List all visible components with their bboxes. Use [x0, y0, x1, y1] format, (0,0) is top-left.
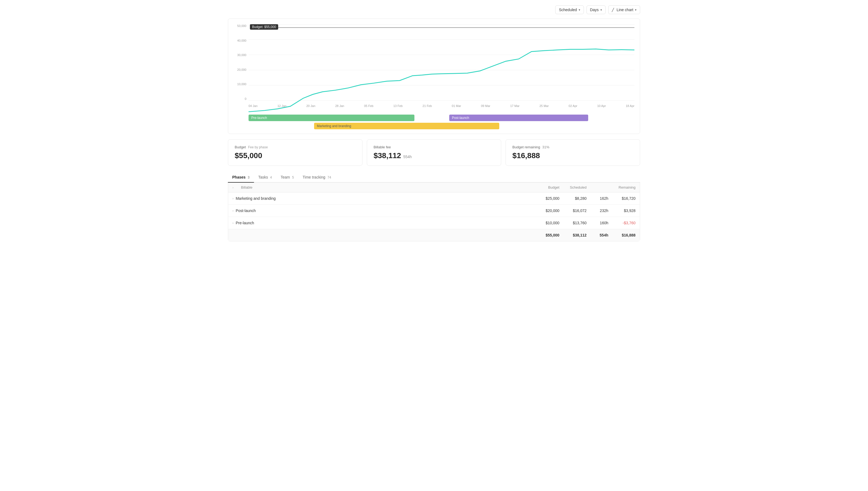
x-label: 10 Apr [597, 104, 606, 108]
budget-stat-card: Budget Fee by phase $55,000 [228, 139, 363, 166]
postlaunch-budget: $20,000 [527, 208, 559, 213]
chart-area: Budget: $55,000 50,000 40,000 30,000 20,… [228, 19, 640, 134]
chevron-down-icon: ▾ [579, 8, 580, 12]
billable-fee-amount: $38,112 [374, 151, 401, 160]
total-budget: $55,000 [527, 233, 559, 237]
x-label: 12 Jan [277, 104, 286, 108]
pre-launch-bar: Pre-launch [249, 115, 414, 121]
tab-time-tracking-badge: 74 [328, 176, 331, 179]
postlaunch-hours: 232h [587, 208, 608, 213]
billable-fee-stat-card: Billable fee $38,112 554h [367, 139, 501, 166]
phase-bar-row: Pre-launch Post-launch [249, 115, 634, 121]
table-row: › Post-launch $20,000 $16,072 232h $3,92… [228, 205, 640, 217]
x-label: 17 Mar [510, 104, 519, 108]
header-remaining: Remaining [608, 185, 636, 190]
fee-by-phase-subtitle: Fee by phase [248, 145, 268, 149]
budget-amount: $55,000 [235, 151, 262, 160]
header-budget: Budget [527, 185, 559, 190]
budget-remaining-title: Budget remaining [512, 145, 540, 149]
toolbar: Scheduled ▾ Days ▾ ╱ Line chart ▾ [228, 5, 640, 14]
post-launch-bar: Post-launch [449, 115, 588, 121]
row-name-prelaunch: › Pre-launch [232, 221, 527, 225]
row-expand-icon[interactable]: › [232, 221, 234, 225]
budget-remaining-amount: $16,888 [512, 151, 540, 160]
tab-tasks[interactable]: Tasks 4 [254, 172, 276, 183]
tab-phases-badge: 3 [248, 176, 250, 179]
x-label: 02 Apr [568, 104, 577, 108]
chevron-down-icon: ▾ [600, 8, 602, 12]
x-label: 28 Jan [335, 104, 344, 108]
tab-team[interactable]: Team 5 [276, 172, 298, 183]
row-expand-icon[interactable]: › [232, 197, 234, 200]
y-label: 50,000 [237, 24, 246, 28]
prelaunch-hours: 160h [587, 221, 608, 225]
y-axis: 50,000 40,000 30,000 20,000 10,000 0 [234, 24, 249, 100]
header-hours [587, 185, 608, 190]
chart-type-dropdown[interactable]: ╱ Line chart ▾ [608, 5, 640, 14]
postlaunch-scheduled: $16,072 [559, 208, 587, 213]
y-label: 40,000 [237, 39, 246, 42]
row-label-prelaunch: Pre-launch [236, 221, 254, 225]
x-label: 01 Mar [452, 104, 461, 108]
pre-launch-label: Pre-launch [249, 115, 414, 121]
prelaunch-scheduled: $13,760 [559, 221, 587, 225]
header-scheduled: Scheduled [559, 185, 587, 190]
y-label: 10,000 [237, 83, 246, 86]
stats-row: Budget Fee by phase $55,000 Billable fee… [228, 139, 640, 166]
y-label: 30,000 [237, 53, 246, 57]
marketing-budget: $25,000 [527, 196, 559, 201]
x-label: 21 Feb [423, 104, 432, 108]
budget-remaining-pct: 31% [542, 145, 549, 149]
chart-type-label: Line chart [617, 8, 633, 12]
stat-title: Budget Fee by phase [235, 145, 356, 149]
budget-value: $55,000 [235, 151, 356, 160]
tab-phases[interactable]: Phases 3 [228, 172, 254, 183]
row-label-postlaunch: Post-launch [236, 208, 256, 213]
budget-remaining-value: $16,888 [512, 151, 633, 160]
days-dropdown[interactable]: Days ▾ [587, 5, 606, 14]
scheduled-dropdown[interactable]: Scheduled ▾ [555, 5, 584, 14]
y-label: 0 [245, 97, 246, 100]
table-row: › Marketing and branding $25,000 $8,280 … [228, 193, 640, 205]
row-expand-icon[interactable]: › [232, 209, 234, 212]
total-hours: 554h [587, 233, 608, 237]
chevron-down-icon: ▾ [635, 8, 637, 12]
tab-time-tracking-label: Time tracking [303, 175, 326, 179]
marketing-remaining: $16,720 [608, 196, 636, 201]
table-header: › Billable Budget Scheduled Remaining [228, 183, 640, 193]
x-axis: 04 Jan 12 Jan 20 Jan 28 Jan 05 Feb 13 Fe… [249, 100, 634, 111]
scheduled-label: Scheduled [559, 8, 577, 12]
stat-title: Billable fee [374, 145, 495, 149]
phase-bars: Pre-launch Post-launch Marketing and bra… [234, 111, 634, 134]
row-name-marketing: › Marketing and branding [232, 196, 527, 201]
marketing-label: Marketing and branding [314, 123, 499, 129]
stat-title: Budget remaining 31% [512, 145, 633, 149]
x-label: 05 Feb [364, 104, 373, 108]
days-label: Days [590, 8, 599, 12]
billable-fee-title: Billable fee [374, 145, 391, 149]
prelaunch-remaining: -$3,760 [608, 221, 636, 225]
billable-fee-hours: 554h [403, 154, 412, 159]
x-label: 13 Feb [393, 104, 402, 108]
tab-tasks-label: Tasks [258, 175, 268, 179]
row-name-postlaunch: › Post-launch [232, 208, 527, 213]
x-label: 04 Jan [249, 104, 257, 108]
tab-time-tracking[interactable]: Time tracking 74 [298, 172, 336, 183]
phases-table: › Billable Budget Scheduled Remaining › … [228, 183, 640, 241]
budget-title: Budget [235, 145, 246, 149]
budget-remaining-stat-card: Budget remaining 31% $16,888 [505, 139, 640, 166]
prelaunch-budget: $10,000 [527, 221, 559, 225]
chart-wrapper: Budget: $55,000 50,000 40,000 30,000 20,… [234, 24, 634, 111]
table-row: › Pre-launch $10,000 $13,760 160h -$3,76… [228, 217, 640, 229]
y-label: 20,000 [237, 68, 246, 71]
header-name: › Billable [232, 185, 527, 190]
marketing-hours: 162h [587, 196, 608, 201]
marketing-bar: Marketing and branding [314, 123, 499, 129]
marketing-scheduled: $8,280 [559, 196, 587, 201]
x-label: 25 Mar [539, 104, 549, 108]
tab-phases-label: Phases [232, 175, 246, 179]
tab-team-badge: 5 [292, 176, 294, 179]
total-scheduled: $38,112 [559, 233, 587, 237]
table-total-row: $55,000 $38,112 554h $16,888 [228, 229, 640, 241]
tab-tasks-badge: 4 [270, 176, 272, 179]
